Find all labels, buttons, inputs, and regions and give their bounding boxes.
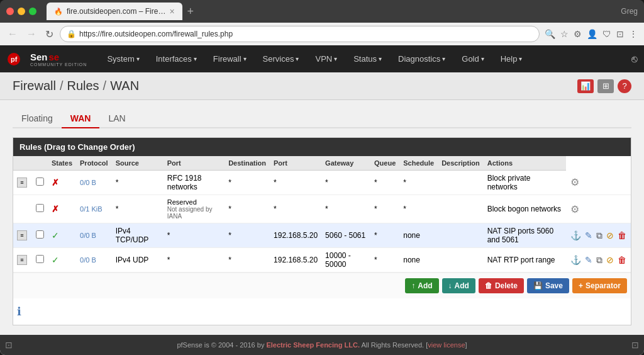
add-up-button[interactable]: ↑ Add xyxy=(405,278,438,293)
chart-icon[interactable]: 📊 xyxy=(577,79,594,93)
rule-states[interactable]: 0/1 KiB xyxy=(76,195,112,223)
row-checkbox-cell[interactable] xyxy=(32,248,48,273)
nav-system[interactable]: System▾ xyxy=(99,49,147,69)
cast-icon[interactable]: ⊡ xyxy=(615,28,625,40)
anchor-icon[interactable]: ⚓ xyxy=(570,230,582,241)
row-checkbox-3[interactable] xyxy=(36,255,44,263)
edit-icon[interactable]: ✎ xyxy=(584,254,593,266)
settings-icon[interactable]: ⚙ xyxy=(570,203,580,216)
rule-states[interactable]: 0/0 B xyxy=(76,171,112,195)
new-tab-button[interactable]: + xyxy=(185,5,197,18)
breadcrumb-rules[interactable]: Rules xyxy=(67,79,99,93)
nav-gold[interactable]: Gold▾ xyxy=(454,49,491,69)
rule-queue: * xyxy=(399,171,438,195)
drag-handle[interactable]: ≡ xyxy=(13,248,32,273)
back-button[interactable]: ← xyxy=(5,27,20,41)
refresh-button[interactable]: ↻ xyxy=(43,27,56,42)
chevron-down-icon: ▾ xyxy=(379,55,382,62)
rule-src-port: * xyxy=(225,171,270,195)
nav-services[interactable]: Services▾ xyxy=(255,49,307,69)
rule-states[interactable]: 0/0 B xyxy=(76,248,112,273)
block-icon[interactable]: ⊘ xyxy=(606,230,614,241)
row-checkbox-cell[interactable] xyxy=(32,171,48,195)
grid-icon[interactable]: ⊞ xyxy=(597,79,614,93)
save-button[interactable]: 💾 Save xyxy=(527,278,569,293)
drag-handle[interactable]: ≡ xyxy=(13,171,32,195)
extensions-icon[interactable]: ⚙ xyxy=(572,28,583,40)
breadcrumb-bar: Firewall / Rules / WAN 📊 ⊞ ? xyxy=(0,72,644,100)
more-icon[interactable]: ⋮ xyxy=(628,28,639,40)
profile-icon[interactable]: 👤 xyxy=(586,28,599,40)
col-description: Description xyxy=(438,156,484,171)
add-down-button[interactable]: ↓ Add xyxy=(442,278,475,293)
footer-rights: All Rights Reserved. [ xyxy=(360,341,428,349)
table-header: Rules (Drag to Change Order) xyxy=(13,138,631,156)
nav-status[interactable]: Status▾ xyxy=(346,49,389,69)
row-checkbox-0[interactable] xyxy=(36,178,44,186)
window-controls[interactable] xyxy=(6,8,36,15)
separator-button[interactable]: + Separator xyxy=(572,278,627,293)
shield-icon[interactable]: 🛡 xyxy=(601,28,613,40)
nav-items: System▾ Interfaces▾ Firewall▾ Services▾ … xyxy=(99,49,530,69)
breadcrumb-firewall[interactable]: Firewall xyxy=(13,79,56,93)
footer-left-icon: ⊡ xyxy=(5,340,13,350)
edit-icon[interactable]: ✎ xyxy=(584,230,593,241)
rule-states[interactable]: 0/0 B xyxy=(76,223,112,248)
row-checkbox-2[interactable] xyxy=(36,230,44,239)
row-checkbox-1[interactable] xyxy=(36,204,44,212)
copy-icon[interactable]: ⧉ xyxy=(596,254,603,266)
page-content: pf Sense COMMUNITY EDITION System▾ Inter… xyxy=(0,45,644,355)
footer-license-link[interactable]: view license xyxy=(428,341,465,349)
help-icon[interactable]: ? xyxy=(618,79,631,93)
delete-row-icon[interactable]: 🗑 xyxy=(617,230,627,241)
bookmark-star-icon[interactable]: ☆ xyxy=(559,28,570,40)
rule-description: NAT SIP ports 5060 and 5061 xyxy=(484,223,566,248)
row-checkbox-cell[interactable] xyxy=(32,223,48,248)
nav-firewall[interactable]: Firewall▾ xyxy=(206,49,254,69)
maximize-button[interactable] xyxy=(29,8,36,15)
footer-company: Electric Sheep Fencing LLC. xyxy=(266,341,360,349)
nav-diagnostics[interactable]: Diagnostics▾ xyxy=(391,49,453,69)
footer-text: pfSense is © 2004 - 2016 by Electric She… xyxy=(13,341,631,349)
url-text: https://fire.outsideopen.com/firewall_ru… xyxy=(79,30,233,38)
minimize-button[interactable] xyxy=(18,8,25,15)
address-bar[interactable]: 🔒 https://fire.outsideopen.com/firewall_… xyxy=(60,26,540,42)
add-down-icon: ↓ xyxy=(448,281,452,290)
rule-protocol: * xyxy=(112,171,164,195)
rule-schedule xyxy=(438,195,484,223)
nav-help[interactable]: Help▾ xyxy=(493,49,530,69)
drag-handle[interactable]: ≡ xyxy=(13,223,32,248)
rule-dest-port: * xyxy=(321,195,370,223)
tab-lan[interactable]: LAN xyxy=(99,110,134,128)
user-name: Greg xyxy=(621,7,638,16)
close-button[interactable] xyxy=(6,8,14,15)
delete-row-icon[interactable]: 🗑 xyxy=(617,254,627,266)
search-icon[interactable]: 🔍 xyxy=(543,28,557,40)
rule-gateway: * xyxy=(370,223,399,248)
nav-interfaces[interactable]: Interfaces▾ xyxy=(148,49,204,69)
forward-button[interactable]: → xyxy=(24,27,39,41)
anchor-icon[interactable]: ⚓ xyxy=(570,254,582,266)
rule-dest-port: 5060 - 5061 xyxy=(321,223,370,248)
nav-vpn[interactable]: VPN▾ xyxy=(308,49,345,69)
rule-source: ReservedNot assigned by IANA xyxy=(164,195,225,223)
info-icon[interactable]: ℹ xyxy=(17,305,21,318)
col-destination: Destination xyxy=(225,156,270,171)
tab-wan[interactable]: WAN xyxy=(62,110,100,128)
rule-dest-port: 10000 - 50000 xyxy=(321,248,370,273)
breadcrumb-wan: WAN xyxy=(110,79,139,93)
tab-favicon-icon: 🔥 xyxy=(54,8,63,16)
active-tab[interactable]: 🔥 fire.outsideopen.com – Fire… × xyxy=(47,3,182,20)
trash-icon: 🗑 xyxy=(485,281,492,290)
rule-actions: ⚓ ✎ ⧉ ⊘ 🗑 xyxy=(566,223,631,248)
nav-logout-icon[interactable]: ⎋ xyxy=(631,54,638,65)
delete-button[interactable]: 🗑 Delete xyxy=(479,278,524,293)
breadcrumb-sep-2: / xyxy=(103,79,107,93)
block-icon[interactable]: ⊘ xyxy=(606,254,614,266)
rules-table: States Protocol Source Port Destination … xyxy=(13,156,631,272)
tab-floating[interactable]: Floating xyxy=(13,110,62,128)
copy-icon[interactable]: ⧉ xyxy=(596,230,603,242)
tab-close-icon[interactable]: × xyxy=(169,6,174,16)
settings-icon[interactable]: ⚙ xyxy=(570,176,580,189)
row-checkbox-cell[interactable] xyxy=(32,195,48,223)
